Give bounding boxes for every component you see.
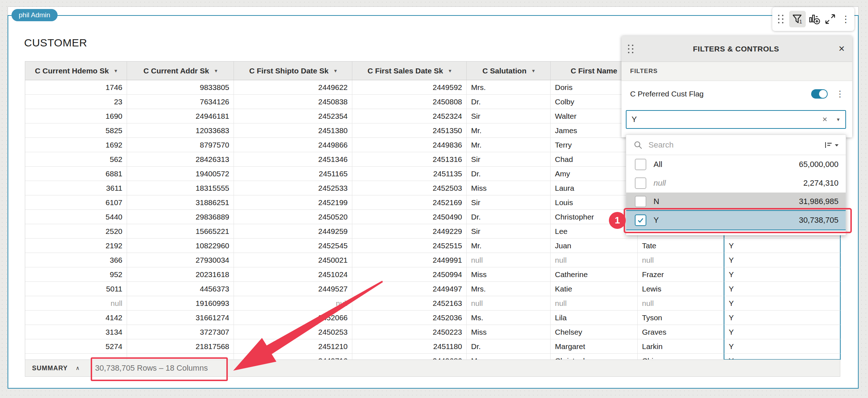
table-cell: 2452163 <box>352 296 467 311</box>
filter-value-text: Y <box>632 115 822 124</box>
search-input[interactable]: Search <box>648 140 824 150</box>
table-cell: Graves <box>638 325 724 339</box>
table-cell: 2451165 <box>234 167 352 181</box>
summary-toggle[interactable]: SUMMARY ∧ <box>32 365 80 372</box>
column-header[interactable]: C First Sales Date Sk▾ <box>352 62 467 80</box>
table-cell: 562 <box>25 152 127 167</box>
filter-options-list: All65,000,000null2,274,310N31,986,985Y30… <box>626 155 846 230</box>
column-header-label: C First Sales Date Sk <box>367 67 443 75</box>
table-cell: 2449716 <box>234 354 352 359</box>
table-cell <box>25 354 127 359</box>
table-cell: Tate <box>638 239 724 253</box>
table-cell: 2449229 <box>352 224 467 239</box>
table-cell: 2452324 <box>352 109 467 123</box>
dropdown-search-row: Search <box>626 135 846 155</box>
column-header[interactable]: C First Shipto Date Sk▾ <box>234 62 352 80</box>
column-header[interactable]: C Current Addr Sk▾ <box>127 62 234 80</box>
chevron-down-icon[interactable]: ▾ <box>334 68 337 73</box>
table-cell: 6107 <box>25 195 127 210</box>
table-cell: Tyson <box>638 311 724 325</box>
table-cell: 28426313 <box>127 152 234 167</box>
table-cell: null <box>467 253 551 267</box>
filter-option-null[interactable]: null2,274,310 <box>626 174 846 193</box>
table-cell: 952 <box>25 267 127 282</box>
table-cell: Chad <box>551 152 638 167</box>
filter-enabled-toggle[interactable] <box>811 89 828 99</box>
sort-icon[interactable] <box>824 141 839 149</box>
table-cell: 5274 <box>25 339 127 354</box>
table-cell: 4456373 <box>127 282 234 296</box>
filters-panel: FILTERS & CONTROLS ✕ FILTERS C Preferred… <box>621 36 852 137</box>
kebab-menu-icon[interactable]: ⋮ <box>838 11 853 27</box>
table-cell: Y <box>724 253 841 267</box>
checkbox-icon[interactable] <box>635 196 646 207</box>
table-cell: Mrs. <box>467 282 551 296</box>
table-cell: 2449686 <box>352 354 467 359</box>
filter-count-badge: 1 <box>799 19 802 24</box>
filter-kebab-icon[interactable]: ⋮ <box>836 89 844 99</box>
table-cell: Christoph <box>551 354 638 359</box>
summary-bar: SUMMARY ∧ 30,738,705 Rows – 18 Columns <box>25 359 840 377</box>
drag-handle-icon[interactable] <box>774 11 788 27</box>
maximize-icon[interactable] <box>823 11 837 27</box>
table-cell: 2452503 <box>352 181 467 195</box>
checkbox-icon[interactable] <box>635 177 646 189</box>
element-toolbar: 1 ⋮ <box>772 7 854 31</box>
clear-icon[interactable]: ✕ <box>822 116 827 123</box>
table-cell: 23 <box>25 95 127 109</box>
close-icon[interactable]: ✕ <box>838 44 845 54</box>
table-cell: 9833805 <box>127 80 234 95</box>
option-count: 31,986,985 <box>799 197 846 206</box>
filter-option-all[interactable]: All65,000,000 <box>626 155 846 174</box>
filter-option-n[interactable]: N31,986,985 <box>626 193 846 210</box>
chevron-down-icon[interactable]: ▾ <box>532 68 535 73</box>
table-cell: Miss <box>467 181 551 195</box>
filter-option-y[interactable]: Y30,738,705 <box>626 210 846 230</box>
table-cell: 3134 <box>25 325 127 339</box>
table-cell: Dr. <box>467 210 551 224</box>
chevron-down-icon[interactable]: ▾ <box>449 68 451 73</box>
table-row: 5011445637324495272449497Mrs.KatieLewisY <box>25 282 841 296</box>
search-icon <box>633 140 643 150</box>
filter-value-input[interactable]: Y ✕ ▾ <box>626 110 846 129</box>
table-cell: Amy <box>551 167 638 181</box>
table-cell: Katie <box>551 282 638 296</box>
checkbox-icon[interactable] <box>635 159 646 170</box>
table-row: 21921082296024525452452515Mr.JuanTateY <box>25 239 841 253</box>
annotation-step-badge: 1 <box>609 212 626 229</box>
table-cell: Y <box>724 311 841 325</box>
option-count: 30,738,705 <box>799 216 846 225</box>
panel-drag-handle-icon[interactable] <box>628 45 634 53</box>
table-cell: 2450994 <box>352 267 467 282</box>
column-header-label: C Salutation <box>482 67 526 75</box>
add-chart-icon[interactable] <box>807 11 822 27</box>
table-row: 52742181756824512102451180Dr.MargaretLar… <box>25 339 841 354</box>
table-cell: 20231618 <box>127 267 234 282</box>
table-cell: Y <box>724 239 841 253</box>
table-cell: 5825 <box>25 123 127 138</box>
table-cell: Lewis <box>638 282 724 296</box>
table-cell: Sir <box>467 152 551 167</box>
table-cell: 2451024 <box>234 267 352 282</box>
table-cell: 2449836 <box>352 138 467 152</box>
chevron-down-icon[interactable]: ▾ <box>114 68 117 73</box>
table-cell: 1692 <box>25 138 127 152</box>
filter-name-label: C Preferred Cust Flag <box>630 90 811 98</box>
table-cell: 1690 <box>25 109 127 123</box>
table-cell: Chelsey <box>551 325 638 339</box>
table-cell: 2451316 <box>352 152 467 167</box>
table-title: CUSTOMER <box>24 37 87 49</box>
column-header[interactable]: C Salutation▾ <box>467 62 551 80</box>
column-header[interactable]: C Current Hdemo Sk▾ <box>25 62 127 80</box>
chevron-down-icon[interactable]: ▾ <box>837 116 840 123</box>
filter-icon[interactable]: 1 <box>789 11 806 27</box>
chevron-down-icon[interactable]: ▾ <box>215 68 217 73</box>
checkbox-checked-icon[interactable] <box>635 214 646 226</box>
table-cell: null <box>234 296 352 311</box>
option-label: N <box>654 197 659 206</box>
table-cell: 31886251 <box>127 195 234 210</box>
table-cell: Chi <box>638 354 724 359</box>
table-cell: Frazer <box>638 267 724 282</box>
table-row: 9522023161824510242450994MissCatherineFr… <box>25 267 841 282</box>
table-cell: 31661274 <box>127 311 234 325</box>
